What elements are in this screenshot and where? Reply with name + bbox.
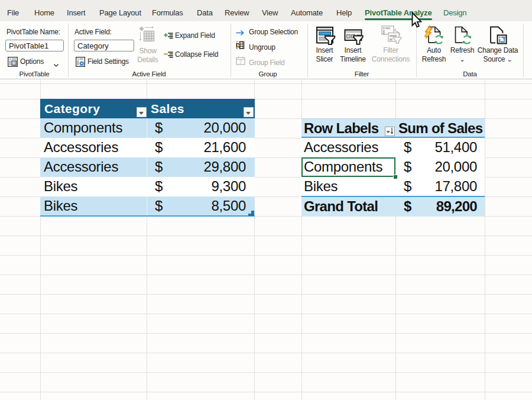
svg-text:7: 7 bbox=[239, 59, 242, 65]
